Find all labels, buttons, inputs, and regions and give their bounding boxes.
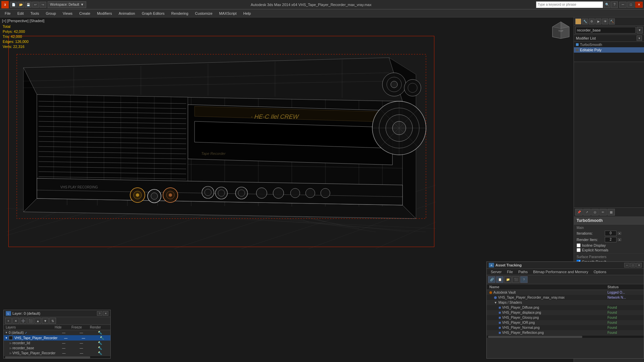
soft-sel-icon[interactable]: ◎ [591,209,599,216]
asset-tool-1[interactable]: 🔗 [488,276,495,283]
menu-create[interactable]: Create [76,11,94,16]
menubar: File Edit Tools Group Views Create Modif… [0,9,644,17]
layers-delete-btn[interactable]: ✕ [12,318,19,324]
layers-add-sel-btn[interactable]: ➕ [20,318,26,324]
asset-row-ior[interactable]: VHS_Player_IOR.png Found [487,320,644,325]
menu-group[interactable]: Group [42,11,59,16]
asset-scroll-thumb[interactable] [488,336,582,338]
layer-render-default: 🔦 [91,331,109,335]
layer-hide-base: — [55,346,72,350]
menu-maxscript[interactable]: MAXScript [216,11,240,16]
close-btn[interactable]: ✕ [635,2,643,8]
layer-row-vhs2[interactable]: ▷ VHS_Tape_Player_Recorder — — 🔦 [4,351,110,356]
layer-row-default[interactable]: ▼ 0 (default) ✓ — — 🔦 [4,330,110,335]
menu-rendering[interactable]: Rendering [168,11,192,16]
asset-tool-3[interactable]: 📁 [504,276,512,283]
asset-menu-options[interactable]: Options [591,269,609,274]
motion-tab[interactable]: ▶ [595,18,601,24]
save-btn[interactable]: 💾 [25,2,32,8]
layer-name-default: ▼ 0 (default) ✓ [5,331,55,335]
layers-close-btn[interactable]: ✕ [103,311,108,316]
open-btn[interactable]: 📂 [17,2,24,8]
modify-tab[interactable]: 🔧 [582,18,588,24]
redo-btn[interactable]: ↪ [40,2,46,8]
polys-stat: Polys: 42,000 [3,29,29,34]
layer-hide-lid: — [55,341,72,345]
asset-row-vault[interactable]: Autodesk Vault Logged O... [487,290,644,295]
asset-row-max-file[interactable]: VHS_Tape_Player_Recorder_max_vray.max Ne… [487,295,644,300]
menu-graph-editors[interactable]: Graph Editors [139,11,168,16]
asset-close-btn[interactable]: ✕ [636,263,642,267]
tris-stat: Tris: 42,000 [3,34,29,39]
asset-row-displace[interactable]: VHS_Player_displace.png Found [487,310,644,315]
asset-menu-paths[interactable]: Paths [516,269,530,274]
asset-menu-server[interactable]: Server [488,269,504,274]
search-icon[interactable]: 🔍 [604,1,610,8]
layers-sel-obj-btn[interactable]: ⬛ [27,318,34,324]
workspace-selector[interactable]: Workspace: Default ▼ [48,1,86,8]
layer-row-lid[interactable]: ▷ recorder_lid — — 🔦 [4,341,110,346]
layers-help-btn[interactable]: ? [97,311,102,316]
asset-tool-4[interactable]: ⬛ [512,276,520,283]
layers-expand-btn[interactable]: ⇅ [49,318,56,324]
layers-scrollbar[interactable] [4,356,110,358]
polygon-prop-icon[interactable]: ▦ [607,209,615,216]
modifier-item-editable-poly[interactable]: Editable Poly [574,47,644,53]
display-tab[interactable]: 👁 [602,18,608,24]
asset-menu-bitmap[interactable]: Bitmap Performance and Memory [530,269,591,274]
utilities-tab[interactable]: 🔨 [609,18,615,24]
layer-row-vhs[interactable]: ▼ VHS_Tape_Player_Recorder — — 🔦 [4,335,110,341]
object-name-field[interactable] [575,27,636,34]
iterations-label: Iterations: [577,231,603,235]
asset-min-btn[interactable]: ─ [624,263,630,267]
asset-scrollbar[interactable] [487,335,644,338]
menu-customize[interactable]: Customize [192,11,216,16]
edit-geo-icon[interactable]: ✏ [599,209,607,216]
asset-row-maps-folder[interactable]: ▼ Maps / Shaders [487,300,644,305]
asset-max-btn[interactable]: □ [630,263,636,267]
modifier-dot [576,43,579,46]
layers-scroll-thumb[interactable] [5,356,90,358]
hierarchy-tab[interactable]: ⚙ [589,18,595,24]
layer-row-base[interactable]: ▷ recorder_base — — 🔦 [4,346,110,351]
asset-tool-2[interactable]: 📋 [496,276,503,283]
modifier-item-turbosmooth[interactable]: TurboSmooth [574,42,644,47]
layers-new-btn[interactable]: + [5,318,12,324]
asset-tool-5[interactable]: ? [520,276,528,283]
iterations-input[interactable] [605,231,616,236]
asset-menu-file[interactable]: File [504,269,516,274]
new-btn[interactable]: 📄 [10,2,17,8]
maximize-btn[interactable]: □ [627,2,635,8]
render-iters-input[interactable] [605,237,616,242]
channel-tabs: 🔧 ⚙ ▶ 👁 🔨 [574,17,644,26]
color-tab-1[interactable] [575,18,581,24]
asset-row-glossy[interactable]: VHS_Player_Glossy.png Found [487,315,644,320]
modifier-list-arrow[interactable]: ▼ [637,36,642,41]
render-iters-up[interactable]: ▲ [618,238,621,241]
layers-move-btn[interactable]: ▲ [35,318,41,324]
menu-help[interactable]: Help [240,11,254,16]
pin-icon[interactable]: 📌 [575,209,583,216]
menu-modifiers[interactable]: Modifiers [94,11,115,16]
workspace-label: Workspace: Default [50,3,79,6]
menu-file[interactable]: File [1,11,14,16]
layers-move-down-btn[interactable]: ▼ [42,318,49,324]
menu-views[interactable]: Views [59,11,76,16]
menu-edit[interactable]: Edit [14,11,27,16]
minimize-btn[interactable]: ─ [619,2,627,8]
iterations-up[interactable]: ▲ [618,232,621,235]
menu-tools[interactable]: Tools [27,11,43,16]
selection-icon[interactable]: ↗ [583,209,591,216]
layer-freeze-lid: — [72,341,91,345]
isoline-checkbox[interactable] [577,243,581,247]
asset-row-reflection[interactable]: VHS_Player_Reflection.png Found [487,330,644,335]
menu-animation[interactable]: Animation [115,11,139,16]
explicit-normals-checkbox[interactable] [577,248,581,252]
viewport-stats: Total Polys: 42,000 Tris: 42,000 Edges: … [3,24,29,49]
asset-row-normal[interactable]: VHS_Player_Normal.png Found [487,325,644,330]
obj-name-arrow[interactable]: ▼ [637,27,643,34]
undo-btn[interactable]: ↩ [32,2,39,8]
help-btn[interactable]: ? [611,1,618,8]
asset-row-diffuse[interactable]: VHS_Player_Diffuse.png Found [487,305,644,310]
search-input[interactable] [536,1,603,8]
